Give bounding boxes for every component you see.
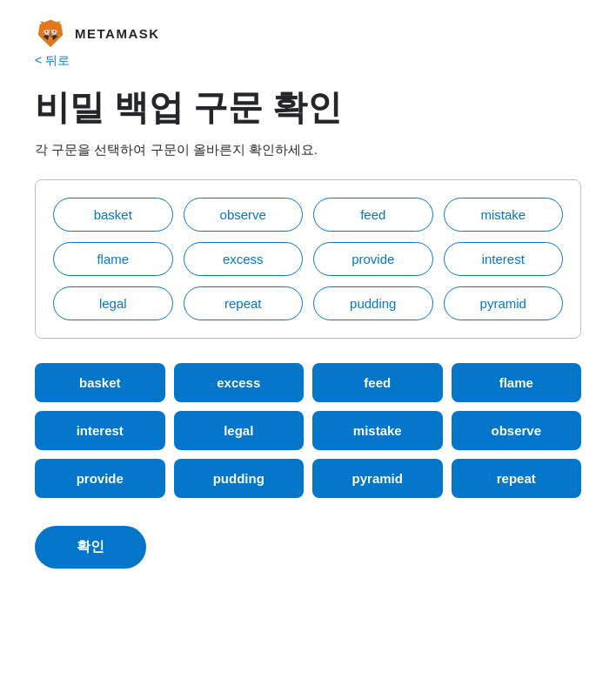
selected-word-item[interactable]: repeat xyxy=(452,459,582,498)
selected-word-item[interactable]: pyramid xyxy=(312,459,443,498)
word-pool-item[interactable]: excess xyxy=(184,242,304,276)
svg-point-11 xyxy=(54,31,56,33)
selected-word-item[interactable]: observe xyxy=(452,411,582,450)
metamask-logo xyxy=(35,17,66,49)
selected-word-item[interactable]: feed xyxy=(312,363,443,402)
word-pool-item[interactable]: mistake xyxy=(444,198,564,232)
svg-point-14 xyxy=(49,37,52,39)
word-pool-item[interactable]: pyramid xyxy=(444,286,564,320)
confirm-button[interactable]: 확인 xyxy=(35,526,146,569)
back-button[interactable]: < 뒤로 xyxy=(35,53,70,69)
selected-word-item[interactable]: pudding xyxy=(174,459,305,498)
header: METAMASK xyxy=(35,17,581,49)
page-description: 각 구문을 선택하여 구문이 올바른지 확인하세요. xyxy=(35,142,581,158)
svg-point-10 xyxy=(46,31,48,33)
selected-words-grid: basketexcessfeedflameinterestlegalmistak… xyxy=(35,363,581,498)
word-pool-item[interactable]: provide xyxy=(313,242,433,276)
word-pool-item[interactable]: legal xyxy=(53,286,173,320)
selected-word-item[interactable]: interest xyxy=(35,411,165,450)
word-pool-item[interactable]: pudding xyxy=(313,286,433,320)
selected-word-item[interactable]: legal xyxy=(174,411,305,450)
selected-word-item[interactable]: basket xyxy=(35,363,165,402)
word-pool-item[interactable]: repeat xyxy=(184,286,304,320)
selected-word-item[interactable]: excess xyxy=(174,363,305,402)
word-pool-item[interactable]: observe xyxy=(184,198,304,232)
word-pool-grid: basketobservefeedmistakeflameexcessprovi… xyxy=(53,198,563,320)
selected-word-item[interactable]: provide xyxy=(35,459,165,498)
selected-word-item[interactable]: flame xyxy=(452,363,582,402)
word-pool-item[interactable]: flame xyxy=(53,242,173,276)
word-pool-item[interactable]: basket xyxy=(53,198,173,232)
word-pool-container: basketobservefeedmistakeflameexcessprovi… xyxy=(35,179,581,339)
selected-word-item[interactable]: mistake xyxy=(312,411,443,450)
word-pool-item[interactable]: interest xyxy=(444,242,564,276)
word-pool-item[interactable]: feed xyxy=(313,198,433,232)
brand-label: METAMASK xyxy=(75,26,160,41)
page-title: 비밀 백업 구문 확인 xyxy=(35,86,581,128)
